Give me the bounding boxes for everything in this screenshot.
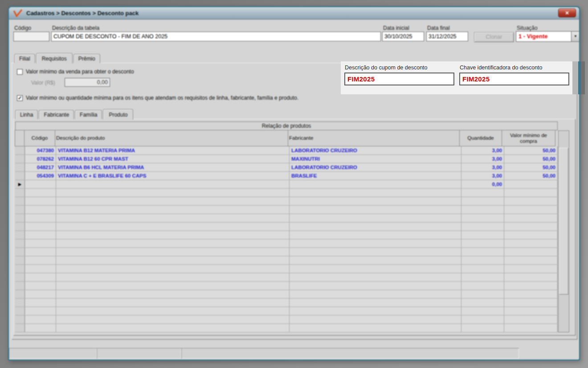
row-selector[interactable] bbox=[15, 155, 25, 163]
cell-quantidade[interactable] bbox=[461, 290, 504, 298]
cell-codigo[interactable] bbox=[25, 239, 56, 247]
cell-quantidade[interactable] bbox=[461, 206, 504, 214]
table-row[interactable] bbox=[15, 206, 558, 214]
cell-quantidade[interactable] bbox=[461, 265, 504, 273]
cell-valor-minimo[interactable] bbox=[504, 273, 558, 281]
cell-descricao[interactable] bbox=[56, 265, 290, 273]
cell-fabricante[interactable]: MAXINUTRI bbox=[290, 155, 461, 163]
cupom-chave-input[interactable]: FIM2025 bbox=[459, 73, 569, 85]
table-row[interactable] bbox=[15, 265, 558, 273]
table-row[interactable] bbox=[15, 189, 558, 197]
cell-quantidade[interactable] bbox=[461, 307, 504, 315]
cell-descricao[interactable] bbox=[56, 197, 290, 205]
row-selector[interactable] bbox=[15, 163, 25, 171]
cell-valor-minimo[interactable] bbox=[504, 299, 558, 307]
cell-descricao[interactable] bbox=[56, 214, 290, 222]
header-fabricante[interactable]: Fabricante bbox=[288, 130, 460, 146]
subtab-produto[interactable]: Produto bbox=[103, 109, 133, 120]
cell-codigo[interactable] bbox=[25, 222, 56, 231]
header-valor-minimo[interactable]: Valor mínimo de compra bbox=[502, 130, 555, 146]
cell-codigo[interactable] bbox=[25, 197, 56, 205]
cell-quantidade[interactable] bbox=[461, 324, 504, 332]
cell-valor-minimo[interactable] bbox=[504, 290, 558, 298]
cell-descricao[interactable] bbox=[56, 290, 290, 298]
window-titlebar[interactable]: Cadastros > Descontos > Desconto pack ✕ bbox=[9, 7, 579, 20]
row-selector[interactable] bbox=[15, 197, 25, 205]
table-row[interactable] bbox=[15, 324, 558, 332]
row-selector[interactable] bbox=[15, 307, 25, 315]
cell-fabricante[interactable]: LABORATORIO CRUZEIRO bbox=[290, 163, 461, 171]
cell-fabricante[interactable] bbox=[290, 231, 461, 239]
cell-codigo[interactable] bbox=[25, 273, 56, 281]
cell-descricao[interactable] bbox=[56, 248, 290, 256]
cell-valor-minimo[interactable] bbox=[504, 180, 558, 188]
cell-valor-minimo[interactable]: 50,00 bbox=[504, 172, 558, 180]
table-row[interactable] bbox=[15, 299, 558, 307]
grid-vertical-scrollbar[interactable] bbox=[558, 130, 569, 332]
cell-fabricante[interactable] bbox=[290, 299, 461, 307]
cell-quantidade[interactable] bbox=[461, 222, 504, 231]
cell-codigo[interactable] bbox=[25, 315, 56, 324]
cell-descricao[interactable] bbox=[56, 256, 290, 264]
cell-quantidade[interactable] bbox=[461, 231, 504, 239]
cell-valor-minimo[interactable] bbox=[504, 214, 558, 222]
cell-fabricante[interactable]: BRASLIFE bbox=[290, 172, 461, 180]
cupom-descricao-input[interactable]: FIM2025 bbox=[344, 73, 454, 85]
cell-quantidade[interactable]: 0,00 bbox=[461, 180, 504, 188]
table-row[interactable] bbox=[15, 290, 558, 299]
cell-descricao[interactable]: VITAMINA C + E BRASLIFE 60 CAPS bbox=[56, 172, 290, 180]
cell-quantidade[interactable] bbox=[461, 273, 504, 281]
cell-fabricante[interactable] bbox=[290, 315, 461, 324]
cell-valor-minimo[interactable] bbox=[504, 189, 558, 197]
cell-valor-minimo[interactable] bbox=[504, 248, 558, 256]
table-row[interactable]: ▶ 0,00 bbox=[15, 180, 558, 189]
cell-codigo[interactable] bbox=[25, 282, 56, 290]
cell-codigo[interactable] bbox=[25, 206, 56, 214]
row-selector[interactable] bbox=[15, 172, 25, 180]
cell-quantidade[interactable]: 3,00 bbox=[461, 146, 504, 154]
cell-descricao[interactable]: VITAMINA B12 MATERIA PRIMA bbox=[56, 146, 290, 154]
cell-valor-minimo[interactable]: 50,00 bbox=[504, 146, 558, 154]
table-row[interactable] bbox=[15, 256, 558, 265]
cell-fabricante[interactable] bbox=[290, 239, 461, 247]
cell-fabricante[interactable] bbox=[290, 222, 461, 231]
cell-codigo[interactable]: 054309 bbox=[25, 172, 56, 180]
cell-valor-minimo[interactable] bbox=[504, 324, 558, 332]
cell-fabricante[interactable] bbox=[290, 282, 461, 290]
row-selector[interactable] bbox=[15, 248, 25, 256]
cell-codigo[interactable] bbox=[25, 265, 56, 273]
cell-codigo[interactable] bbox=[25, 189, 56, 197]
row-selector[interactable] bbox=[15, 273, 25, 281]
cell-codigo[interactable] bbox=[25, 307, 56, 315]
cell-valor-minimo[interactable] bbox=[504, 231, 558, 239]
row-selector[interactable] bbox=[15, 265, 25, 273]
cell-quantidade[interactable] bbox=[461, 248, 504, 256]
table-row[interactable]: 048217 VITAMINA B6 HCL MATERIA PRIMA LAB… bbox=[15, 163, 558, 172]
tab-requisitos[interactable]: Requisitos bbox=[36, 53, 73, 64]
cell-fabricante[interactable] bbox=[290, 206, 461, 214]
cell-descricao[interactable] bbox=[56, 206, 290, 214]
cell-valor-minimo[interactable] bbox=[504, 265, 558, 273]
cell-fabricante[interactable] bbox=[290, 273, 461, 281]
table-row[interactable] bbox=[15, 239, 558, 248]
cell-quantidade[interactable] bbox=[461, 214, 504, 222]
table-row[interactable] bbox=[15, 315, 558, 324]
cell-codigo[interactable] bbox=[25, 180, 56, 188]
cell-codigo[interactable] bbox=[25, 324, 56, 332]
cell-fabricante[interactable] bbox=[290, 248, 461, 256]
cell-fabricante[interactable] bbox=[290, 256, 461, 264]
cell-quantidade[interactable]: 3,00 bbox=[461, 163, 504, 171]
cell-fabricante[interactable] bbox=[290, 197, 461, 205]
tab-filial[interactable]: Filial bbox=[14, 54, 35, 63]
cell-descricao[interactable] bbox=[56, 231, 290, 239]
table-row[interactable] bbox=[15, 222, 558, 231]
cell-fabricante[interactable] bbox=[290, 290, 461, 298]
header-descricao[interactable]: Descrição do produto bbox=[55, 130, 288, 146]
table-row[interactable] bbox=[15, 307, 558, 315]
row-selector[interactable] bbox=[15, 290, 25, 298]
cell-codigo[interactable]: 078262 bbox=[25, 155, 56, 163]
table-row[interactable] bbox=[15, 282, 558, 290]
cell-fabricante[interactable] bbox=[290, 307, 461, 315]
cell-codigo[interactable]: 047380 bbox=[25, 146, 56, 154]
valor-input[interactable]: 0,00 bbox=[65, 78, 110, 87]
